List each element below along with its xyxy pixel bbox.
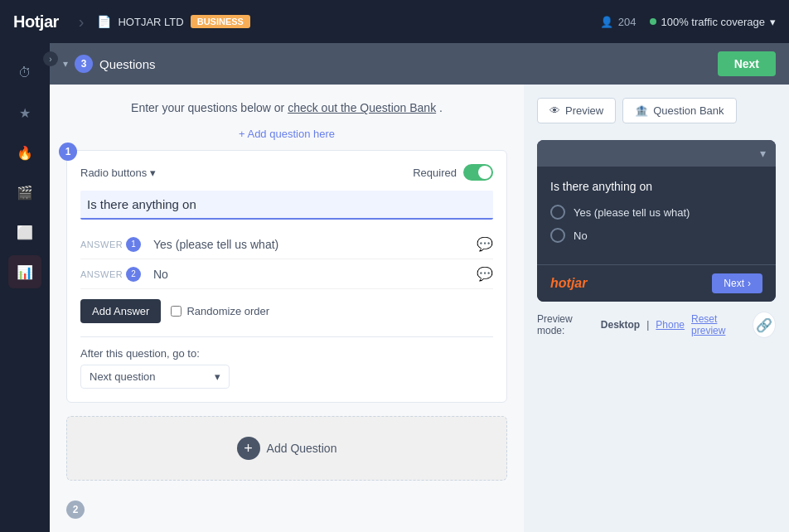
sidebar-item-video[interactable]: 🎬 xyxy=(8,176,41,209)
preview-card-footer: hotjar Next › xyxy=(537,264,776,302)
nav-divider: › xyxy=(79,12,85,31)
phone-link[interactable]: Phone xyxy=(656,319,685,331)
goto-select[interactable]: Next question ▾ xyxy=(80,365,230,389)
add-question-card[interactable]: + Add Question xyxy=(66,416,507,481)
share-link-button[interactable]: 🔗 xyxy=(753,312,776,338)
add-question-label: Add Question xyxy=(267,442,337,455)
bank-icon: 🏦 xyxy=(635,104,648,117)
preview-chevron: ▾ xyxy=(760,147,766,160)
preview-option-1-text: Yes (please tell us what) xyxy=(574,206,690,219)
question-text-input[interactable] xyxy=(80,191,493,220)
preview-card: ▾ Is there anything on Yes (please tell … xyxy=(537,140,776,302)
question-type-label: Radio buttons xyxy=(80,167,147,179)
preview-option-2-text: No xyxy=(574,230,588,242)
radio-1 xyxy=(550,205,565,220)
plan-badge: BUSINESS xyxy=(191,15,250,28)
question-bank-link[interactable]: check out the Question Bank xyxy=(288,101,436,114)
preview-next-arrow: › xyxy=(748,278,751,289)
question-number-1: 1 xyxy=(59,143,77,161)
randomize-checkbox[interactable] xyxy=(171,306,182,317)
reset-preview-link[interactable]: Reset preview xyxy=(691,313,746,336)
user-count-value: 204 xyxy=(618,16,637,28)
add-question-icon: + xyxy=(237,437,260,460)
answer-row-1: ANSWER 1 Yes (please tell us what) 💬 xyxy=(80,230,493,259)
mode-label: Preview mode: xyxy=(537,313,594,336)
question-bank-button[interactable]: 🏦 Question Bank xyxy=(622,98,736,123)
randomize-label[interactable]: Randomize order xyxy=(171,305,269,317)
org-section: 📄 HOTJAR LTD BUSINESS xyxy=(97,15,249,28)
chat-icon-2[interactable]: 💬 xyxy=(477,266,493,282)
preview-button[interactable]: 👁 Preview xyxy=(537,98,616,123)
hotjar-logo: hotjar xyxy=(550,276,587,291)
question-header: Enter your questions below or check out … xyxy=(66,101,507,114)
sidebar-toggle[interactable]: › xyxy=(43,51,58,66)
answer-row-2: ANSWER 2 No 💬 xyxy=(80,259,493,289)
org-name: HOTJAR LTD xyxy=(118,16,183,28)
preview-icon: 👁 xyxy=(549,104,560,117)
desktop-label: Desktop xyxy=(601,319,640,331)
preview-option-1[interactable]: Yes (please tell us what) xyxy=(550,205,762,220)
sidebar: › ⏱ ★ 🔥 🎬 ⬜ 📊 xyxy=(0,43,50,532)
user-icon: 👤 xyxy=(600,16,613,28)
brand-logo: Hotjar xyxy=(13,12,59,31)
add-answer-button[interactable]: Add Answer xyxy=(80,299,161,323)
add-here-link[interactable]: + Add question here xyxy=(66,128,507,140)
sidebar-item-feedback[interactable]: ⬜ xyxy=(8,215,41,249)
questions-bar: ▾ 3 Questions Next xyxy=(50,43,789,85)
next-button[interactable]: Next xyxy=(718,51,776,76)
answer-num-1: 1 xyxy=(126,237,141,252)
question-card-1: 1 Radio buttons ▾ Required xyxy=(66,150,507,403)
questions-arrow[interactable]: ▾ xyxy=(63,58,68,70)
org-icon: 📄 xyxy=(97,15,111,28)
sidebar-item-funnels[interactable]: 🔥 xyxy=(8,136,41,169)
answer-num-2: 2 xyxy=(126,267,141,282)
questions-badge: 3 xyxy=(75,55,93,73)
preview-label: Preview xyxy=(565,104,603,117)
sidebar-item-recordings[interactable]: ⏱ xyxy=(8,56,41,89)
goto-section: After this question, go to: Next questio… xyxy=(80,336,493,389)
preview-card-body: Is there anything on Yes (please tell us… xyxy=(537,167,776,264)
traffic-coverage: 100% traffic coverage ▾ xyxy=(650,16,777,28)
traffic-dot xyxy=(650,18,656,25)
preview-question-text: Is there anything on xyxy=(550,180,762,193)
actions-row: Add Answer Randomize order xyxy=(80,299,493,323)
main-layout: › ⏱ ★ 🔥 🎬 ⬜ 📊 ▾ 3 Questions Next Enter y… xyxy=(0,43,789,532)
answer-label-1: ANSWER 1 xyxy=(80,237,147,252)
answer-label-2: ANSWER 2 xyxy=(80,267,147,282)
required-label: Required xyxy=(413,167,457,179)
header-text: Enter your questions below or check out … xyxy=(66,101,507,114)
answer-text-2: No xyxy=(153,268,470,281)
required-toggle: Required xyxy=(413,164,493,181)
preview-option-2[interactable]: No xyxy=(550,228,762,243)
required-toggle-switch[interactable] xyxy=(463,164,493,181)
sidebar-item-surveys[interactable]: 📊 xyxy=(8,255,41,288)
goto-value: Next question xyxy=(90,370,156,383)
answer-text-1: Yes (please tell us what) xyxy=(153,238,470,251)
goto-chevron: ▾ xyxy=(215,370,220,383)
traffic-chevron: ▾ xyxy=(770,16,776,28)
sidebar-item-heatmaps[interactable]: ★ xyxy=(8,96,41,129)
question-type-select[interactable]: Radio buttons ▾ xyxy=(80,167,156,179)
user-count: 👤 204 xyxy=(600,16,637,28)
questions-title: Questions xyxy=(99,57,156,71)
left-panel: Enter your questions below or check out … xyxy=(50,85,524,532)
question-card-header: Radio buttons ▾ Required xyxy=(80,164,493,181)
question-2-number: 2 xyxy=(66,501,85,519)
preview-next-button[interactable]: Next › xyxy=(712,273,762,293)
content-area: ▾ 3 Questions Next Enter your questions … xyxy=(50,43,789,532)
preview-mode-row: Preview mode: Desktop | Phone Reset prev… xyxy=(537,312,776,338)
right-panel: 👁 Preview 🏦 Question Bank ▾ Is there any… xyxy=(524,85,789,532)
navbar: Hotjar › 📄 HOTJAR LTD BUSINESS 👤 204 100… xyxy=(0,0,789,43)
goto-label: After this question, go to: xyxy=(80,347,493,360)
content-split: Enter your questions below or check out … xyxy=(50,85,789,532)
preview-card-header: ▾ xyxy=(537,140,776,167)
question-2-placeholder: 2 xyxy=(66,491,507,519)
navbar-right: 👤 204 100% traffic coverage ▾ xyxy=(600,16,776,28)
traffic-text: 100% traffic coverage xyxy=(661,16,766,28)
bank-label: Question Bank xyxy=(653,104,724,117)
chat-icon-1[interactable]: 💬 xyxy=(477,236,493,252)
radio-2 xyxy=(550,228,565,243)
type-chevron: ▾ xyxy=(150,167,156,179)
preview-bank-buttons: 👁 Preview 🏦 Question Bank xyxy=(537,98,776,123)
